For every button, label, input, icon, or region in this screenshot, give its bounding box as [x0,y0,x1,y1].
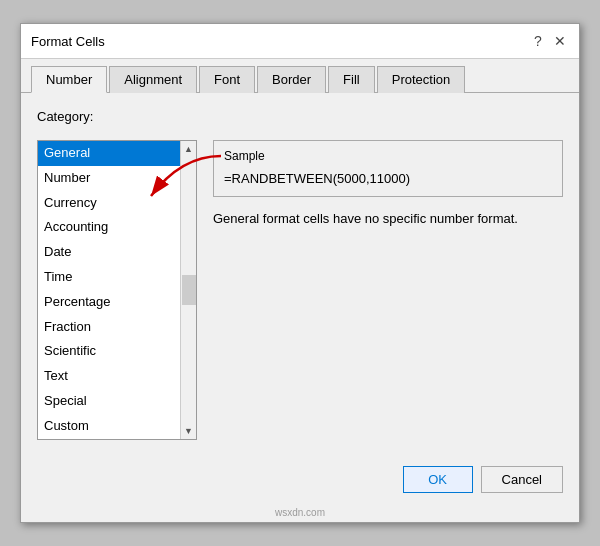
tabs-row: Number Alignment Font Border Fill Protec… [21,59,579,93]
title-bar-left: Format Cells [31,34,105,49]
category-list: General Number Currency Accounting Date … [37,140,197,440]
category-item-number[interactable]: Number [38,166,196,191]
tab-content: Category: General Number Currency Accoun… [21,93,579,456]
category-item-scientific[interactable]: Scientific [38,339,196,364]
category-item-currency[interactable]: Currency [38,191,196,216]
category-item-percentage[interactable]: Percentage [38,290,196,315]
dialog-title: Format Cells [31,34,105,49]
ok-button[interactable]: OK [403,466,473,493]
category-item-accounting[interactable]: Accounting [38,215,196,240]
help-button[interactable]: ? [529,32,547,50]
watermark: wsxdn.com [21,507,579,522]
close-button[interactable]: ✕ [551,32,569,50]
title-bar: Format Cells ? ✕ [21,24,579,59]
right-panel: Sample =RANDBETWEEN(5000,11000) General … [213,140,563,440]
title-bar-controls: ? ✕ [529,32,569,50]
category-item-date[interactable]: Date [38,240,196,265]
sample-title: Sample [224,149,552,163]
main-area: General Number Currency Accounting Date … [37,140,563,440]
category-label: Category: [37,109,563,124]
scroll-down-arrow[interactable]: ▼ [181,423,197,439]
cancel-button[interactable]: Cancel [481,466,563,493]
tab-fill[interactable]: Fill [328,66,375,93]
footer: OK Cancel [21,456,579,507]
sample-value: =RANDBETWEEN(5000,11000) [224,169,552,188]
scroll-up-arrow[interactable]: ▲ [181,141,197,157]
category-item-text[interactable]: Text [38,364,196,389]
tab-font[interactable]: Font [199,66,255,93]
format-cells-dialog: Format Cells ? ✕ Number Alignment Font B… [20,23,580,523]
tab-protection[interactable]: Protection [377,66,466,93]
scroll-thumb[interactable] [182,275,196,305]
category-item-time[interactable]: Time [38,265,196,290]
tab-alignment[interactable]: Alignment [109,66,197,93]
tab-border[interactable]: Border [257,66,326,93]
category-item-fraction[interactable]: Fraction [38,315,196,340]
category-item-custom[interactable]: Custom [38,414,196,439]
tab-number[interactable]: Number [31,66,107,93]
category-panel: General Number Currency Accounting Date … [37,140,197,440]
category-item-general[interactable]: General [38,141,196,166]
scrollbar[interactable]: ▲ ▼ [180,141,196,439]
description-text: General format cells have no specific nu… [213,209,563,229]
category-item-special[interactable]: Special [38,389,196,414]
sample-group: Sample =RANDBETWEEN(5000,11000) [213,140,563,197]
